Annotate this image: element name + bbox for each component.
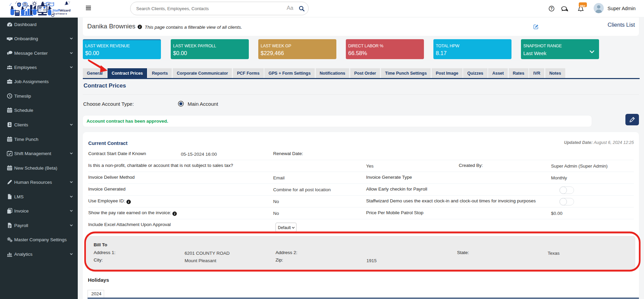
svg-text:$: $ <box>19 4 20 6</box>
svg-text:Software: Software <box>53 13 68 15</box>
svg-text:StaffWizard: StaffWizard <box>52 8 71 12</box>
svg-text:?: ? <box>550 6 552 10</box>
